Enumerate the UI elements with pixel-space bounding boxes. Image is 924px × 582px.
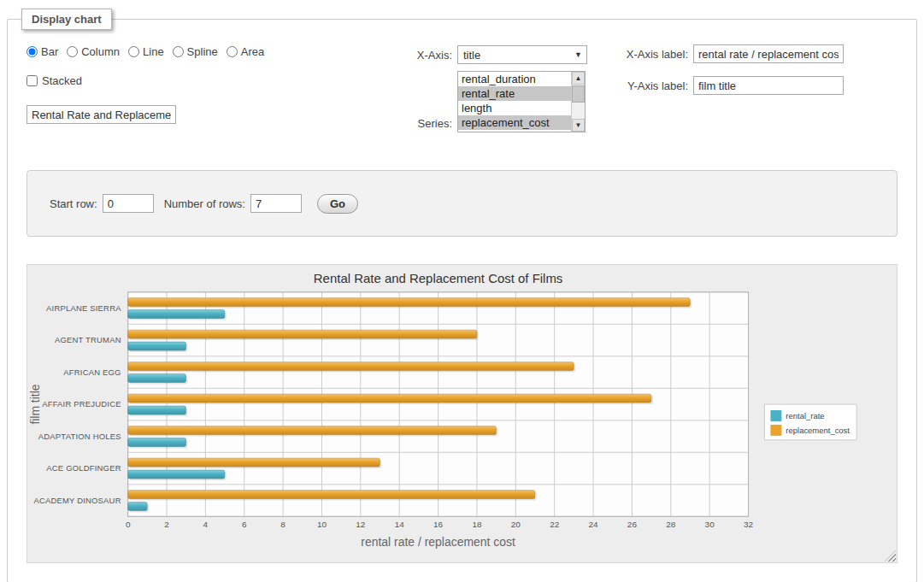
- x-tick-label: 16: [433, 520, 444, 529]
- stacked-label: Stacked: [42, 74, 82, 87]
- chart-title: Rental Rate and Replacement Cost of Film…: [314, 271, 563, 285]
- x-tick-label: 2: [164, 520, 169, 529]
- x-tick-label: 24: [589, 520, 599, 529]
- series-listbox[interactable]: rental_durationrental_ratelengthreplacem…: [457, 71, 586, 132]
- x-tick-label: 10: [317, 520, 327, 529]
- chart-type-line[interactable]: Line: [128, 45, 164, 58]
- number-of-rows-label: Number of rows:: [164, 197, 245, 210]
- bar-replacement_cost: [128, 394, 651, 403]
- bar-rental_rate: [128, 374, 186, 383]
- x-tick-label: 4: [203, 520, 209, 529]
- radio-area[interactable]: [227, 46, 238, 57]
- go-button[interactable]: Go: [317, 194, 358, 214]
- x-tick-label: 20: [511, 520, 521, 529]
- bar-rental_rate: [128, 438, 186, 447]
- x-tick-label: 6: [242, 520, 247, 529]
- chart-type-area[interactable]: Area: [227, 45, 264, 58]
- chart-container: 02468101214161820222426283032AIRPLANE SI…: [26, 264, 898, 563]
- number-of-rows-input[interactable]: [250, 194, 302, 213]
- dropdown-arrow-icon: ▼: [574, 50, 582, 59]
- x-axis-label-row: X-Axis label:: [606, 44, 844, 63]
- bar-replacement_cost: [128, 298, 691, 307]
- radio-spline[interactable]: [173, 46, 184, 57]
- category-label: AFRICAN EGG: [63, 367, 121, 377]
- bar-rental_rate: [128, 406, 186, 414]
- bar-replacement_cost: [128, 426, 497, 435]
- radio-label: Bar: [41, 45, 58, 58]
- bar-rental_rate: [128, 470, 225, 479]
- bar-replacement_cost: [128, 491, 535, 499]
- category-label: AGENT TRUMAN: [55, 335, 121, 344]
- x-axis-select[interactable]: title ▼: [457, 45, 587, 64]
- x-tick-label: 8: [280, 520, 285, 529]
- radio-label: Spline: [187, 45, 218, 58]
- chart-type-spline[interactable]: Spline: [173, 45, 218, 58]
- x-axis-field-label: X-Axis:: [380, 49, 452, 62]
- scroll-track[interactable]: [572, 85, 585, 119]
- x-axis-label-field-label: X-Axis label:: [606, 48, 688, 61]
- stacked-checkbox-row[interactable]: Stacked: [26, 74, 82, 87]
- legend-swatch-rental_rate: [770, 410, 781, 421]
- y-axis-label-input[interactable]: [693, 76, 844, 95]
- radio-line[interactable]: [128, 46, 139, 57]
- x-axis-title: rental rate / replacement cost: [361, 535, 515, 549]
- scroll-down-icon[interactable]: ▼: [572, 119, 585, 132]
- x-tick-label: 28: [666, 520, 676, 529]
- x-tick-label: 22: [550, 520, 560, 529]
- chart-title-input[interactable]: [26, 105, 176, 124]
- category-label: AIRPLANE SIERRA: [46, 303, 121, 313]
- radio-column[interactable]: [67, 46, 78, 57]
- chart-svg: 02468101214161820222426283032AIRPLANE SI…: [27, 265, 897, 562]
- x-tick-label: 32: [744, 520, 754, 529]
- chart-type-column[interactable]: Column: [67, 45, 120, 58]
- x-tick-label: 26: [627, 520, 638, 529]
- series-row: Series: rental_durationrental_ratelength…: [380, 71, 586, 132]
- legend-label-replacement_cost: replacement_cost: [786, 426, 850, 435]
- radio-label: Column: [81, 45, 120, 58]
- series-option-rental_rate[interactable]: rental_rate: [458, 86, 571, 101]
- y-axis-label-row: Y-Axis label:: [606, 76, 844, 95]
- rows-panel: Start row: Number of rows: Go: [26, 170, 898, 237]
- x-tick-label: 14: [395, 520, 405, 529]
- x-axis-selected-value: title: [463, 49, 480, 62]
- display-chart-panel: Display chart BarColumnLineSplineArea St…: [7, 9, 917, 582]
- legend-label-rental_rate: rental_rate: [786, 411, 824, 420]
- bar-rental_rate: [128, 310, 225, 319]
- legend-swatch-replacement_cost: [770, 425, 781, 436]
- series-field-label: Series:: [380, 117, 452, 130]
- start-row-input[interactable]: [103, 194, 154, 213]
- series-option-replacement_cost[interactable]: replacement_cost: [458, 115, 571, 130]
- bar-rental_rate: [128, 342, 186, 350]
- x-axis-label-input[interactable]: [693, 44, 844, 63]
- x-axis-row: X-Axis: title ▼: [380, 45, 587, 64]
- category-label: ADAPTATION HOLES: [38, 432, 121, 441]
- y-axis-label-field-label: Y-Axis label:: [606, 79, 688, 92]
- category-label: ACADEMY DINOSAUR: [33, 496, 121, 505]
- scroll-up-icon[interactable]: ▲: [572, 72, 585, 85]
- chart-settings-form: BarColumnLineSplineArea Stacked X-Axis: …: [8, 30, 916, 156]
- bar-replacement_cost: [128, 458, 380, 467]
- series-options: rental_durationrental_ratelengthreplacem…: [458, 72, 571, 132]
- panel-legend: Display chart: [21, 9, 112, 30]
- series-scrollbar[interactable]: ▲ ▼: [571, 72, 585, 132]
- x-tick-label: 18: [472, 520, 482, 529]
- bar-replacement_cost: [128, 330, 477, 338]
- bar-replacement_cost: [128, 362, 574, 371]
- x-tick-label: 0: [126, 520, 131, 529]
- category-label: ACE GOLDFINGER: [46, 463, 121, 473]
- bar-rental_rate: [128, 503, 147, 511]
- series-option-rental_duration[interactable]: rental_duration: [458, 72, 571, 86]
- x-tick-label: 30: [705, 520, 715, 529]
- stacked-checkbox[interactable]: [26, 75, 38, 86]
- start-row-label: Start row:: [50, 197, 97, 210]
- radio-label: Area: [241, 45, 264, 58]
- radio-bar[interactable]: [26, 46, 38, 57]
- chart-type-radios: BarColumnLineSplineArea: [26, 45, 273, 58]
- radio-label: Line: [143, 45, 164, 58]
- scroll-thumb[interactable]: [572, 85, 585, 103]
- chart-legend: rental_ratereplacement_cost: [764, 404, 856, 440]
- x-tick-label: 12: [356, 520, 366, 529]
- series-option-length[interactable]: length: [458, 101, 571, 115]
- chart-type-bar[interactable]: Bar: [26, 45, 58, 58]
- y-axis-title: film title: [28, 384, 42, 424]
